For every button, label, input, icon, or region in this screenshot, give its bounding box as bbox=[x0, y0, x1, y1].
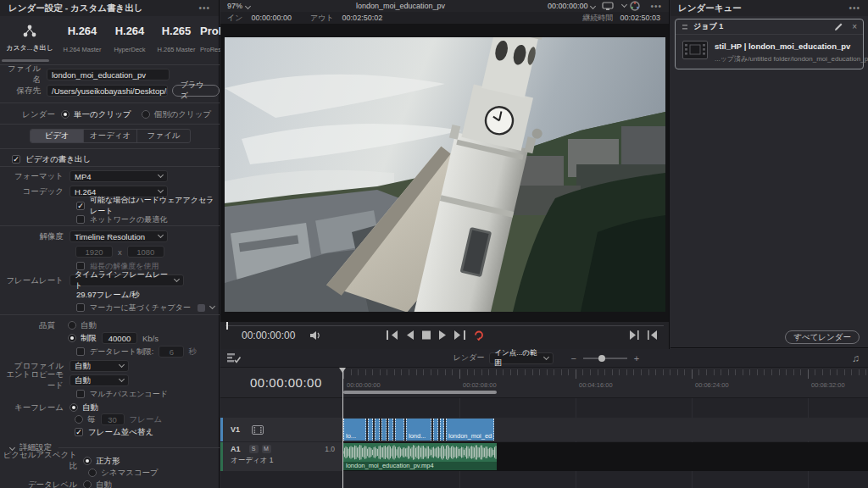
timeline-ruler[interactable]: 00:00:00:00 00:00:00:00 00:02:08:00 00:0… bbox=[220, 368, 868, 398]
checkbox-multipass[interactable] bbox=[76, 390, 85, 398]
render-job-card[interactable]: ジョブ 1 × stil_HP | london_moi_education_p… bbox=[675, 19, 864, 69]
last-frame-icon[interactable] bbox=[454, 330, 465, 340]
video-clip[interactable]: lond... bbox=[406, 419, 431, 441]
audio-level-value[interactable]: 1.0 bbox=[325, 445, 335, 453]
settings-options-menu[interactable]: ••• bbox=[198, 3, 210, 13]
v1-track-header[interactable]: V1 bbox=[220, 418, 343, 441]
viewer-zoom-level[interactable]: 97% bbox=[227, 2, 242, 10]
browse-button[interactable]: ブラウズ bbox=[172, 85, 220, 97]
radio-individual-clips[interactable] bbox=[142, 110, 150, 119]
chevron-down-icon[interactable] bbox=[621, 2, 627, 8]
loop-icon[interactable] bbox=[473, 330, 485, 341]
radio-keyframe-auto[interactable] bbox=[70, 403, 78, 412]
framerate-dropdown[interactable]: タイムラインフレームレート bbox=[70, 274, 184, 286]
chevron-down-icon[interactable] bbox=[245, 3, 251, 8]
multipass-label: マルチパスエンコード bbox=[90, 389, 168, 400]
checkbox-datarate[interactable] bbox=[76, 347, 85, 356]
transport-timecode[interactable]: 00:00:00:00 bbox=[242, 330, 295, 341]
mute-button[interactable]: M bbox=[262, 445, 271, 453]
format-dropdown[interactable]: MP4 bbox=[70, 170, 168, 182]
timeline-mark-icon[interactable] bbox=[227, 352, 241, 363]
profile-dropdown[interactable]: 自動 bbox=[70, 360, 129, 372]
a1-track-header[interactable]: A1 S M 1.0 オーディオ 1 bbox=[220, 442, 343, 471]
datarate-input[interactable]: 6 bbox=[159, 346, 184, 358]
preset-h264-hyperdeck[interactable]: H.264 HyperDeck bbox=[108, 19, 151, 53]
video-clip[interactable] bbox=[395, 419, 404, 441]
bitrate-input[interactable]: 40000 bbox=[102, 332, 137, 344]
location-input[interactable]: /Users/yuseikobayashi/Desktop/HP/02_HP_7 bbox=[47, 85, 168, 97]
chevron-down-icon bbox=[543, 353, 549, 359]
tab-file[interactable]: ファイル bbox=[137, 130, 190, 142]
radio-par-square[interactable] bbox=[83, 457, 92, 465]
render-all-button[interactable]: すべてレンダー bbox=[785, 330, 860, 344]
audio-clip[interactable]: london_moi_education_pv.mp4 bbox=[343, 443, 497, 470]
tab-audio[interactable]: オーディオ bbox=[84, 130, 137, 142]
solo-button[interactable]: S bbox=[249, 445, 259, 453]
radio-par-cinemascope[interactable] bbox=[88, 469, 97, 477]
radio-single-clip[interactable] bbox=[61, 110, 70, 119]
audio-note-icon[interactable]: ♫ bbox=[852, 352, 860, 364]
keyframe-label: キーフレーム bbox=[0, 402, 70, 413]
play-reverse-icon[interactable] bbox=[405, 330, 414, 340]
scrubber-playhead[interactable] bbox=[226, 322, 228, 330]
keyframe-frames-input[interactable]: 30 bbox=[101, 413, 125, 425]
speaker-icon[interactable] bbox=[309, 330, 321, 341]
goto-in-icon[interactable] bbox=[647, 330, 657, 340]
checkbox-chapters[interactable] bbox=[76, 303, 85, 312]
close-job-icon[interactable]: × bbox=[852, 22, 857, 31]
checkbox-export-video[interactable] bbox=[12, 155, 20, 164]
entropy-dropdown[interactable]: 自動 bbox=[70, 374, 129, 386]
video-clip[interactable] bbox=[375, 419, 380, 441]
zoom-in-icon[interactable]: + bbox=[634, 353, 639, 363]
checkbox-frame-reorder[interactable] bbox=[75, 428, 83, 436]
play-icon[interactable] bbox=[439, 330, 448, 340]
zoom-slider-handle[interactable] bbox=[598, 355, 605, 362]
viewer-clip-title[interactable]: london_moi_education_pv bbox=[253, 2, 548, 10]
audio-track-name: オーディオ 1 bbox=[231, 456, 343, 466]
radio-keyframe-every[interactable] bbox=[75, 415, 83, 424]
zoom-out-icon[interactable]: − bbox=[570, 353, 576, 363]
checkbox-hw-accel[interactable] bbox=[76, 202, 85, 210]
checkbox-network-opt[interactable] bbox=[76, 215, 85, 224]
stop-icon[interactable] bbox=[422, 330, 431, 340]
viewer-scrubber[interactable] bbox=[225, 325, 664, 326]
resolution-dropdown[interactable]: Timeline Resolution bbox=[70, 230, 168, 242]
queue-options-menu[interactable]: ••• bbox=[849, 3, 860, 13]
res-height-input[interactable]: 1080 bbox=[127, 246, 164, 258]
video-clip[interactable] bbox=[433, 419, 438, 441]
format-value: MP4 bbox=[75, 172, 92, 181]
radio-quality-auto[interactable] bbox=[68, 321, 76, 330]
preset-scrollbar[interactable] bbox=[2, 59, 49, 62]
preset-custom-export[interactable]: カスタ...き出し bbox=[5, 19, 54, 53]
video-clips[interactable]: lo...lond...london_moi_ed... bbox=[343, 419, 494, 441]
chevron-down-icon[interactable] bbox=[209, 303, 215, 309]
display-output-icon[interactable] bbox=[602, 2, 614, 10]
playhead-line[interactable] bbox=[342, 368, 343, 488]
playhead-marker[interactable] bbox=[339, 368, 346, 373]
viewer-timecode[interactable]: 00:00:00:00 bbox=[548, 2, 588, 10]
viewer-options-menu[interactable]: ••• bbox=[650, 2, 662, 11]
res-width-input[interactable]: 1920 bbox=[75, 246, 113, 258]
job-drag-handle-icon[interactable] bbox=[682, 24, 688, 30]
video-clip[interactable] bbox=[440, 419, 444, 441]
timeline-zoom-slider[interactable] bbox=[583, 358, 627, 359]
render-range-dropdown[interactable]: イン点...の範囲 bbox=[489, 352, 554, 364]
video-clip[interactable]: london_moi_ed... bbox=[446, 419, 494, 441]
chapter-color-swatch[interactable] bbox=[198, 304, 205, 312]
first-frame-icon[interactable] bbox=[387, 330, 398, 340]
preset-h265-master[interactable]: H.265 H.265 Master bbox=[154, 19, 198, 53]
edit-job-icon[interactable] bbox=[834, 22, 843, 31]
in-out-range-bar[interactable] bbox=[343, 391, 497, 394]
video-clip[interactable] bbox=[388, 419, 393, 441]
radio-quality-limit[interactable] bbox=[68, 334, 76, 342]
goto-out-icon[interactable] bbox=[630, 330, 640, 340]
radio-datalevel-auto[interactable] bbox=[83, 480, 92, 488]
tab-video[interactable]: ビデオ bbox=[31, 130, 84, 142]
filename-input[interactable]: london_moi_education_pv bbox=[47, 69, 170, 80]
color-viewer-icon[interactable] bbox=[630, 1, 640, 11]
chevron-down-icon[interactable] bbox=[590, 3, 596, 8]
video-clip[interactable] bbox=[368, 419, 373, 441]
preset-h264-master[interactable]: H.264 H.264 Master bbox=[61, 19, 103, 53]
video-clip[interactable] bbox=[381, 419, 387, 441]
video-clip[interactable]: lo... bbox=[343, 419, 366, 441]
